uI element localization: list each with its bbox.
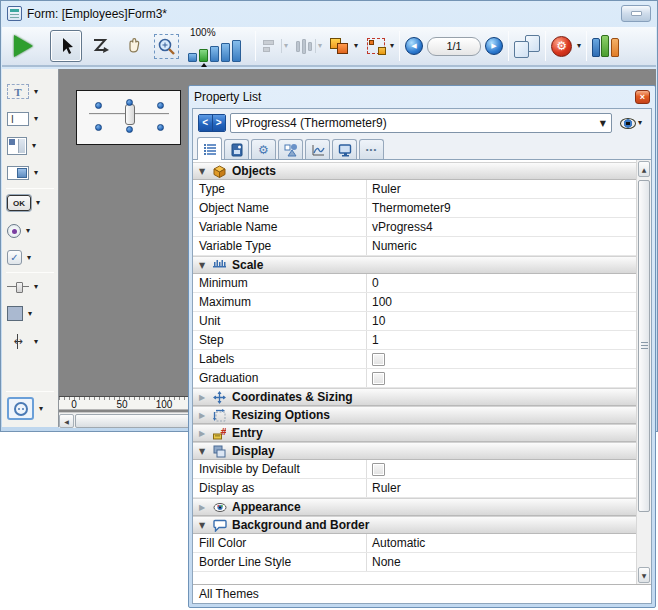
dropdown-arrow-icon[interactable]: ▾ — [34, 338, 38, 346]
tool-rectangle[interactable]: ▾ — [7, 306, 32, 321]
scroll-down-button[interactable]: ▼ — [638, 567, 650, 583]
tool-input-field[interactable]: I ▾ — [7, 112, 38, 126]
tool-radio-button[interactable]: ▾ — [7, 224, 30, 238]
collapsed-triangle-icon[interactable]: ▶ — [197, 429, 207, 438]
dropdown-arrow-icon[interactable]: ▾ — [28, 310, 32, 318]
zoom-tool-button[interactable] — [154, 34, 179, 59]
entry-order-tool-button[interactable] — [90, 37, 112, 55]
gear-dropdown-icon[interactable]: ▾ — [577, 42, 581, 50]
dropdown-arrow-icon[interactable]: ▾ — [34, 283, 38, 291]
section-header-objects[interactable]: ▼ Objects — [193, 162, 636, 180]
zoom-bar-800-icon[interactable] — [232, 40, 241, 62]
dropdown-arrow-icon[interactable]: ▾ — [34, 115, 38, 123]
selection-handle[interactable] — [95, 124, 102, 131]
tool-check-box[interactable]: ✓ ▾ — [7, 250, 31, 265]
section-header-coordinates-sizing[interactable]: ▶ Coordinates & Sizing — [193, 388, 636, 406]
next-page-button[interactable]: ▶ — [485, 37, 503, 55]
property-value: 0 — [372, 276, 379, 290]
align-dropdown-icon: ▾ — [284, 42, 288, 50]
previous-next-object-buttons[interactable]: < > — [198, 114, 226, 132]
zoom-bar-200-icon[interactable] — [210, 46, 219, 62]
tool-list-box[interactable]: ▾ — [7, 137, 36, 155]
zoom-level-widget[interactable]: 100% — [188, 27, 250, 65]
section-header-scale[interactable]: ▼ Scale — [193, 256, 636, 274]
group-tool-button[interactable]: ▾ — [367, 38, 394, 54]
text-tool-icon: T — [7, 84, 29, 99]
dropdown-arrow-icon[interactable]: ▾ — [27, 254, 31, 262]
selection-tool-button[interactable] — [50, 30, 82, 62]
zoom-bar-400-icon[interactable] — [221, 43, 230, 62]
page-indicator[interactable]: 1/1 — [427, 37, 481, 56]
section-header-background-border[interactable]: ▼ Background and Border — [193, 516, 636, 534]
expanded-triangle-icon[interactable]: ▼ — [197, 261, 207, 270]
pan-tool-button[interactable] — [124, 36, 145, 57]
dropdown-arrow-icon[interactable]: ▾ — [34, 88, 38, 96]
checkbox-unchecked[interactable] — [372, 463, 385, 476]
previous-object-icon[interactable]: < — [199, 115, 213, 131]
tab-objects[interactable] — [278, 139, 303, 159]
section-header-display[interactable]: ▼ Display — [193, 442, 636, 460]
form-properties-button[interactable]: ⚙ ▾ — [551, 36, 581, 57]
dropdown-arrow-icon[interactable]: ▾ — [34, 169, 38, 177]
checkbox-unchecked[interactable] — [372, 372, 385, 385]
collapsed-triangle-icon[interactable]: ▶ — [197, 411, 207, 420]
section-header-resizing-options[interactable]: ▶ Resizing Options — [193, 406, 636, 424]
tool-splitter[interactable]: ↔ ▾ — [7, 334, 38, 349]
property-row: Variable Name vProgress4 — [193, 218, 636, 237]
tool-combo-box[interactable]: I ▾ — [7, 166, 38, 180]
zoom-bars[interactable] — [188, 40, 241, 62]
dropdown-arrow-icon[interactable]: ▾ — [26, 227, 30, 235]
level-dropdown-icon[interactable]: ▾ — [354, 42, 358, 50]
tab-settings[interactable]: ⚙ — [251, 139, 276, 159]
previous-page-button[interactable]: ◀ — [405, 37, 423, 55]
property-row: Fill Color Automatic — [193, 534, 636, 553]
checkbox-unchecked[interactable] — [372, 353, 385, 366]
themes-footer[interactable]: All Themes — [193, 584, 651, 603]
tool-plugin-area[interactable]: ▾ — [7, 397, 43, 420]
ruler-object-thumb[interactable] — [125, 104, 135, 125]
execute-form-button run-icon[interactable] — [14, 35, 33, 57]
scroll-up-button[interactable]: ▲ — [638, 161, 650, 177]
zoom-level-label: 100% — [190, 27, 216, 38]
tab-page[interactable] — [224, 139, 249, 159]
next-object-icon[interactable]: > — [213, 115, 226, 131]
library-button books-icon[interactable] — [592, 35, 619, 58]
form-pages-button pages-icon[interactable] — [514, 35, 540, 58]
collapsed-triangle-icon[interactable]: ▶ — [197, 393, 207, 402]
section-header-entry[interactable]: ▶ # Entry — [193, 424, 636, 442]
dropdown-arrow-icon[interactable]: ▾ — [32, 142, 36, 150]
selection-handle[interactable] — [126, 99, 133, 106]
dropdown-arrow-icon[interactable]: ▾ — [39, 405, 43, 413]
selection-handle[interactable] — [157, 102, 164, 109]
tab-more[interactable]: ••• — [359, 139, 384, 159]
property-value: 1 — [372, 333, 379, 347]
tool-slider[interactable]: ▾ — [7, 280, 38, 293]
tab-events[interactable] — [305, 139, 330, 159]
property-list-titlebar[interactable]: Property List × — [189, 86, 655, 107]
dropdown-arrow-icon[interactable]: ▾ — [36, 199, 40, 207]
vertical-scrollbar-thumb[interactable] — [638, 180, 650, 512]
view-options-button[interactable]: ▾ — [616, 114, 646, 132]
tool-text[interactable]: T ▾ — [7, 84, 38, 99]
tool-button[interactable]: OK ▾ — [7, 195, 40, 211]
object-selector-combobox[interactable]: vProgress4 (Thermometer9) ▼ — [230, 113, 612, 133]
selection-handle[interactable] — [157, 124, 164, 131]
selection-handle[interactable] — [126, 126, 133, 133]
zoom-bar-100-selected-icon[interactable] — [199, 49, 208, 62]
vertical-scrollbar[interactable]: ▲ ▼ — [636, 160, 651, 584]
collapsed-triangle-icon[interactable]: ▶ — [197, 503, 207, 512]
minimize-button[interactable] — [621, 5, 651, 22]
close-button[interactable]: × — [635, 90, 650, 104]
selection-handle[interactable] — [95, 102, 102, 109]
tab-display[interactable] — [332, 139, 357, 159]
level-tool-button[interactable]: ▾ — [330, 38, 358, 55]
form-window-titlebar[interactable]: Form: [Employees]Form3* — [1, 1, 657, 26]
section-header-appearance[interactable]: ▶ Appearance — [193, 498, 636, 516]
tab-property-list[interactable] — [197, 137, 222, 160]
scroll-left-button[interactable]: ◀ — [59, 414, 74, 428]
group-dropdown-icon[interactable]: ▾ — [390, 42, 394, 50]
expanded-triangle-icon[interactable]: ▼ — [197, 447, 207, 456]
expanded-triangle-icon[interactable]: ▼ — [197, 167, 207, 176]
expanded-triangle-icon[interactable]: ▼ — [197, 521, 207, 530]
zoom-bar-50-icon[interactable] — [188, 53, 197, 62]
